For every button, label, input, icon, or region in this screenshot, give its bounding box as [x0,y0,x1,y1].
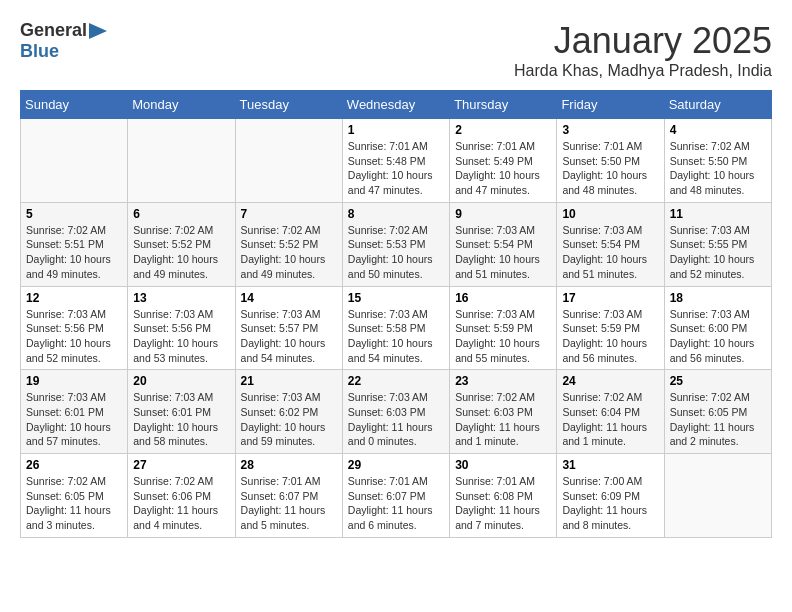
day-number: 25 [670,374,766,388]
location-title: Harda Khas, Madhya Pradesh, India [514,62,772,80]
day-info: Sunrise: 7:03 AMSunset: 5:54 PMDaylight:… [455,223,551,282]
header-saturday: Saturday [664,91,771,119]
day-info: Sunrise: 7:03 AMSunset: 5:59 PMDaylight:… [455,307,551,366]
svg-marker-0 [89,23,107,39]
table-row: 21Sunrise: 7:03 AMSunset: 6:02 PMDayligh… [235,370,342,454]
header-thursday: Thursday [450,91,557,119]
day-info: Sunrise: 7:03 AMSunset: 6:01 PMDaylight:… [133,390,229,449]
table-row: 11Sunrise: 7:03 AMSunset: 5:55 PMDayligh… [664,202,771,286]
day-number: 23 [455,374,551,388]
day-number: 6 [133,207,229,221]
table-row [21,119,128,203]
table-row: 23Sunrise: 7:02 AMSunset: 6:03 PMDayligh… [450,370,557,454]
day-number: 15 [348,291,444,305]
day-number: 8 [348,207,444,221]
table-row: 28Sunrise: 7:01 AMSunset: 6:07 PMDayligh… [235,454,342,538]
table-row: 4Sunrise: 7:02 AMSunset: 5:50 PMDaylight… [664,119,771,203]
day-number: 5 [26,207,122,221]
day-info: Sunrise: 7:03 AMSunset: 5:56 PMDaylight:… [133,307,229,366]
day-info: Sunrise: 7:03 AMSunset: 5:57 PMDaylight:… [241,307,337,366]
table-row: 27Sunrise: 7:02 AMSunset: 6:06 PMDayligh… [128,454,235,538]
day-number: 17 [562,291,658,305]
table-row: 7Sunrise: 7:02 AMSunset: 5:52 PMDaylight… [235,202,342,286]
day-number: 21 [241,374,337,388]
table-row: 25Sunrise: 7:02 AMSunset: 6:05 PMDayligh… [664,370,771,454]
logo-blue-text: Blue [20,41,59,61]
day-info: Sunrise: 7:02 AMSunset: 6:05 PMDaylight:… [26,474,122,533]
table-row: 10Sunrise: 7:03 AMSunset: 5:54 PMDayligh… [557,202,664,286]
header-friday: Friday [557,91,664,119]
table-row: 22Sunrise: 7:03 AMSunset: 6:03 PMDayligh… [342,370,449,454]
month-title: January 2025 [514,20,772,62]
day-number: 30 [455,458,551,472]
day-info: Sunrise: 7:03 AMSunset: 6:01 PMDaylight:… [26,390,122,449]
calendar-header-row: Sunday Monday Tuesday Wednesday Thursday… [21,91,772,119]
day-info: Sunrise: 7:01 AMSunset: 6:07 PMDaylight:… [241,474,337,533]
calendar-week-row: 26Sunrise: 7:02 AMSunset: 6:05 PMDayligh… [21,454,772,538]
day-number: 19 [26,374,122,388]
logo-general-text: General [20,20,87,41]
day-number: 29 [348,458,444,472]
day-info: Sunrise: 7:01 AMSunset: 5:50 PMDaylight:… [562,139,658,198]
day-number: 7 [241,207,337,221]
table-row [128,119,235,203]
day-number: 27 [133,458,229,472]
table-row: 6Sunrise: 7:02 AMSunset: 5:52 PMDaylight… [128,202,235,286]
table-row: 16Sunrise: 7:03 AMSunset: 5:59 PMDayligh… [450,286,557,370]
title-area: January 2025 Harda Khas, Madhya Pradesh,… [514,20,772,80]
table-row: 9Sunrise: 7:03 AMSunset: 5:54 PMDaylight… [450,202,557,286]
day-number: 22 [348,374,444,388]
day-info: Sunrise: 7:02 AMSunset: 6:05 PMDaylight:… [670,390,766,449]
day-info: Sunrise: 7:03 AMSunset: 5:54 PMDaylight:… [562,223,658,282]
day-info: Sunrise: 7:02 AMSunset: 6:03 PMDaylight:… [455,390,551,449]
day-info: Sunrise: 7:01 AMSunset: 6:08 PMDaylight:… [455,474,551,533]
day-info: Sunrise: 7:02 AMSunset: 5:51 PMDaylight:… [26,223,122,282]
day-info: Sunrise: 7:02 AMSunset: 6:06 PMDaylight:… [133,474,229,533]
day-number: 20 [133,374,229,388]
day-number: 31 [562,458,658,472]
table-row: 5Sunrise: 7:02 AMSunset: 5:51 PMDaylight… [21,202,128,286]
calendar-week-row: 1Sunrise: 7:01 AMSunset: 5:48 PMDaylight… [21,119,772,203]
table-row: 30Sunrise: 7:01 AMSunset: 6:08 PMDayligh… [450,454,557,538]
table-row: 24Sunrise: 7:02 AMSunset: 6:04 PMDayligh… [557,370,664,454]
table-row: 3Sunrise: 7:01 AMSunset: 5:50 PMDaylight… [557,119,664,203]
calendar-week-row: 12Sunrise: 7:03 AMSunset: 5:56 PMDayligh… [21,286,772,370]
day-number: 14 [241,291,337,305]
day-number: 12 [26,291,122,305]
day-info: Sunrise: 7:01 AMSunset: 6:07 PMDaylight:… [348,474,444,533]
header-tuesday: Tuesday [235,91,342,119]
table-row [235,119,342,203]
header-wednesday: Wednesday [342,91,449,119]
table-row: 31Sunrise: 7:00 AMSunset: 6:09 PMDayligh… [557,454,664,538]
day-number: 26 [26,458,122,472]
table-row: 19Sunrise: 7:03 AMSunset: 6:01 PMDayligh… [21,370,128,454]
day-number: 9 [455,207,551,221]
table-row: 26Sunrise: 7:02 AMSunset: 6:05 PMDayligh… [21,454,128,538]
day-info: Sunrise: 7:02 AMSunset: 5:50 PMDaylight:… [670,139,766,198]
table-row: 12Sunrise: 7:03 AMSunset: 5:56 PMDayligh… [21,286,128,370]
table-row: 1Sunrise: 7:01 AMSunset: 5:48 PMDaylight… [342,119,449,203]
day-info: Sunrise: 7:02 AMSunset: 5:53 PMDaylight:… [348,223,444,282]
day-number: 24 [562,374,658,388]
day-info: Sunrise: 7:02 AMSunset: 5:52 PMDaylight:… [133,223,229,282]
table-row: 17Sunrise: 7:03 AMSunset: 5:59 PMDayligh… [557,286,664,370]
table-row: 29Sunrise: 7:01 AMSunset: 6:07 PMDayligh… [342,454,449,538]
day-number: 4 [670,123,766,137]
table-row: 18Sunrise: 7:03 AMSunset: 6:00 PMDayligh… [664,286,771,370]
day-info: Sunrise: 7:03 AMSunset: 5:55 PMDaylight:… [670,223,766,282]
day-number: 3 [562,123,658,137]
logo: General Blue [20,20,107,62]
day-number: 10 [562,207,658,221]
day-info: Sunrise: 7:01 AMSunset: 5:48 PMDaylight:… [348,139,444,198]
day-number: 28 [241,458,337,472]
day-info: Sunrise: 7:02 AMSunset: 6:04 PMDaylight:… [562,390,658,449]
table-row: 13Sunrise: 7:03 AMSunset: 5:56 PMDayligh… [128,286,235,370]
logo-arrow-icon [89,23,107,39]
calendar-table: Sunday Monday Tuesday Wednesday Thursday… [20,90,772,538]
day-number: 11 [670,207,766,221]
day-info: Sunrise: 7:03 AMSunset: 6:02 PMDaylight:… [241,390,337,449]
table-row: 14Sunrise: 7:03 AMSunset: 5:57 PMDayligh… [235,286,342,370]
day-number: 18 [670,291,766,305]
day-info: Sunrise: 7:03 AMSunset: 5:56 PMDaylight:… [26,307,122,366]
header-monday: Monday [128,91,235,119]
